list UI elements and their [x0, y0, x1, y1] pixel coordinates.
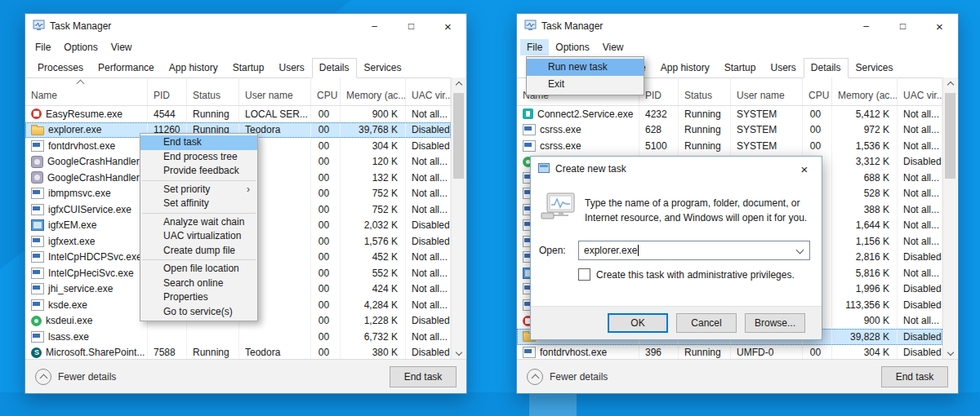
minimize-button[interactable]: –	[848, 14, 884, 38]
file-menu-item-run-new-task[interactable]: Run new task	[527, 59, 644, 76]
tab-details[interactable]: Details	[804, 58, 849, 78]
table-row[interactable]: Connect2.Service.exe4232RunningSYSTEM005…	[517, 106, 942, 122]
vertical-scrollbar[interactable]	[451, 77, 466, 360]
context-menu-item-end-task[interactable]: End task	[140, 135, 257, 150]
column-header-cpu[interactable]: CPU	[803, 77, 832, 105]
end-task-button[interactable]: End task	[390, 366, 457, 387]
context-menu-item-create-dump-file[interactable]: Create dump file	[140, 244, 257, 259]
fewer-details-toggle[interactable]: Fewer details	[35, 369, 116, 385]
maximize-button[interactable]: □	[884, 14, 921, 38]
table-row[interactable]: EasyResume.exe4544RunningLOCAL SER...009…	[25, 106, 451, 122]
column-header-cpu[interactable]: CPU	[311, 77, 341, 105]
context-menu-item-open-file-location[interactable]: Open file location	[140, 262, 257, 277]
context-menu-item-uac-virtualization[interactable]: UAC virtualization	[140, 229, 257, 244]
cell-cpu: 00	[803, 106, 832, 122]
app-app-icon	[31, 331, 44, 343]
scrollbar-thumb[interactable]	[453, 93, 464, 179]
cell-uac: Disabled	[898, 297, 942, 313]
table-row[interactable]: lsass.exe006,732 KNot all...	[25, 329, 451, 345]
fewer-details-toggle[interactable]: Fewer details	[527, 369, 608, 385]
column-header-uac-vir[interactable]: UAC vir...	[898, 77, 942, 105]
column-header-memory-ac[interactable]: Memory (ac...	[341, 77, 406, 105]
column-header-uac-vir[interactable]: UAC vir...	[406, 77, 451, 105]
scroll-track[interactable]	[452, 90, 466, 347]
context-menu-item-analyze-wait-chain[interactable]: Analyze wait chain	[140, 215, 257, 230]
column-header-memory-ac[interactable]: Memory (ac...	[832, 77, 898, 105]
cell-cpu: 00	[311, 106, 341, 122]
cell-mem: 900 K	[341, 106, 406, 122]
menubar-item-view[interactable]: View	[105, 39, 139, 55]
process-name: csrss.exe	[540, 124, 581, 135]
tab-details[interactable]: Details	[312, 58, 357, 78]
cell-mem: 4,284 K	[341, 297, 406, 313]
cell-name: ksde.exe	[25, 297, 148, 313]
column-header-pid[interactable]: PID	[639, 77, 679, 105]
tab-app-history[interactable]: App history	[162, 58, 225, 78]
close-button[interactable]: ×	[921, 14, 958, 38]
context-menu-item-search-online[interactable]: Search online	[140, 277, 257, 291]
menubar-item-options[interactable]: Options	[57, 39, 104, 55]
context-menu-item-provide-feedback[interactable]: Provide feedback	[140, 164, 257, 179]
tab-processes[interactable]: Processes	[30, 58, 91, 78]
cell-uac: Disabled	[406, 218, 451, 234]
scroll-track[interactable]	[943, 90, 957, 347]
scroll-down-button[interactable]	[943, 347, 957, 360]
app-app-icon	[523, 140, 536, 152]
app-app-icon	[523, 124, 536, 135]
column-header-label: PID	[154, 90, 170, 101]
tab-services[interactable]: Services	[849, 58, 901, 78]
column-header-name[interactable]: Name	[25, 77, 148, 105]
file-menu-item-exit[interactable]: Exit	[527, 76, 644, 93]
task-manager-icon	[33, 19, 45, 33]
cell-status: Running	[679, 138, 731, 154]
context-menu-item-set-affinity[interactable]: Set affinity	[140, 197, 257, 211]
titlebar[interactable]: Task Manager – □ ×	[25, 14, 466, 38]
column-header-user-name[interactable]: User name	[239, 77, 311, 105]
table-row[interactable]: csrss.exe5100RunningSYSTEM001,536 KNot a…	[517, 138, 942, 154]
open-combobox[interactable]: explorer.exe	[578, 241, 810, 260]
tab-startup[interactable]: Startup	[717, 58, 764, 78]
folder-app-icon	[31, 126, 44, 135]
tab-startup[interactable]: Startup	[225, 58, 272, 78]
scrollbar-thumb[interactable]	[945, 93, 956, 179]
tab-users[interactable]: Users	[763, 58, 803, 78]
cell-mem: 1,536 K	[832, 138, 898, 154]
ok-button[interactable]: OK	[608, 313, 668, 333]
menubar-item-file[interactable]: File	[520, 39, 549, 55]
context-menu-item-end-process-tree[interactable]: End process tree	[140, 150, 257, 165]
cell-uac: Not all...	[406, 170, 451, 186]
scroll-down-button[interactable]	[452, 347, 466, 360]
close-button[interactable]: ×	[430, 14, 466, 38]
dialog-close-button[interactable]: ×	[787, 157, 822, 181]
tab-services[interactable]: Services	[357, 58, 409, 78]
tab-users[interactable]: Users	[271, 58, 311, 78]
context-menu-item-set-priority[interactable]: Set priority›	[140, 183, 257, 197]
dialog-titlebar[interactable]: Create new task ×	[531, 157, 822, 181]
cancel-button[interactable]: Cancel	[676, 313, 737, 333]
admin-privileges-checkbox[interactable]: Create this task with administrative pri…	[578, 268, 795, 281]
maximize-button[interactable]: □	[393, 14, 430, 38]
vertical-scrollbar[interactable]	[942, 77, 957, 360]
browse-button[interactable]: Browse...	[745, 313, 805, 333]
menubar-item-options[interactable]: Options	[549, 39, 595, 55]
menubar-item-file[interactable]: File	[29, 39, 57, 55]
column-header-user-name[interactable]: User name	[731, 77, 803, 105]
scroll-up-button[interactable]	[943, 77, 957, 90]
context-menu-item-properties[interactable]: Properties	[140, 290, 257, 305]
context-menu-item-go-to-service-s[interactable]: Go to service(s)	[140, 305, 257, 320]
tab-app-history[interactable]: App history	[653, 58, 717, 78]
menubar-item-view[interactable]: View	[596, 39, 630, 55]
column-header-status[interactable]: Status	[679, 77, 731, 105]
table-row[interactable]: csrss.exe628RunningSYSTEM00972 KNot all.…	[517, 122, 942, 139]
minimize-button[interactable]: –	[356, 14, 393, 38]
cell-uac: Not all...	[898, 265, 942, 281]
end-task-button[interactable]: End task	[881, 366, 948, 387]
titlebar[interactable]: Task Manager – □ ×	[517, 14, 958, 38]
column-header-status[interactable]: Status	[187, 77, 239, 105]
cell-mem: 2,816 K	[832, 250, 898, 266]
cell-uac: Not all...	[898, 122, 942, 139]
tab-performance[interactable]: Performance	[91, 58, 162, 78]
column-header-pid[interactable]: PID	[148, 77, 187, 105]
scroll-up-button[interactable]	[452, 77, 466, 90]
cell-name: GoogleCrashHandler	[25, 170, 148, 186]
